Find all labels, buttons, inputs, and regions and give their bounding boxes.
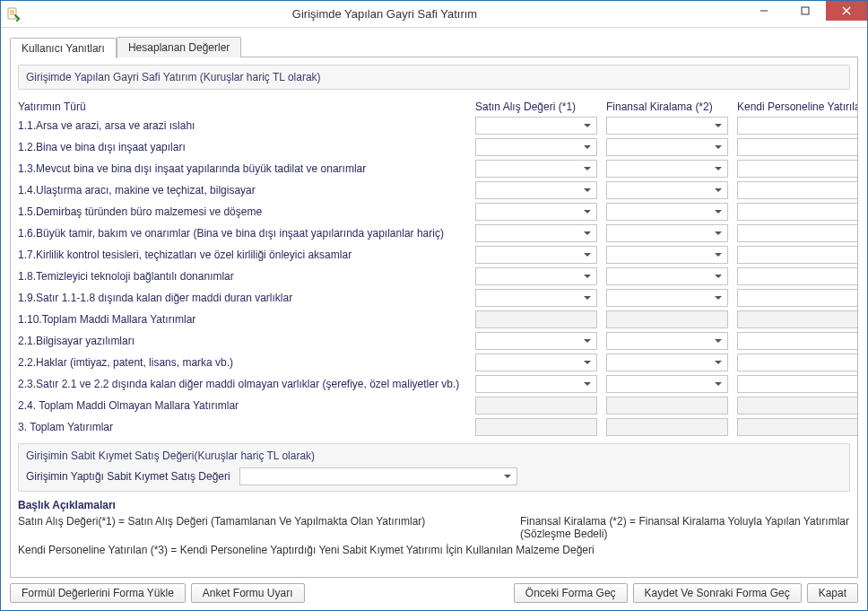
cell-leasing-r9 <box>606 310 728 328</box>
cell-leasing-r0[interactable] <box>606 117 728 135</box>
fixed-asset-label: Girişimin Yaptığı Sabit Kıymet Satış Değ… <box>26 470 230 483</box>
cell-personnel-r3[interactable] <box>737 181 858 199</box>
row-label: 1.9.Satır 1.1-1.8 dışında kalan diğer ma… <box>18 292 466 304</box>
cell-leasing-r12[interactable] <box>606 375 728 393</box>
cell-purchase-r9 <box>475 310 597 328</box>
tab-panel: Girişimde Yapılan Gayri Safi Yatırım (Ku… <box>10 57 858 578</box>
cell-personnel-r12[interactable] <box>737 375 858 393</box>
cell-purchase-r0[interactable] <box>475 117 597 135</box>
cell-personnel-r9 <box>737 310 858 328</box>
cell-leasing-r1[interactable] <box>606 138 728 156</box>
explanation-line-1: Satın Alış Değeri(*1) = Satın Alış Değer… <box>18 515 850 540</box>
save-next-button[interactable]: Kaydet Ve Sonraki Forma Geç <box>633 583 802 603</box>
cell-purchase-r2[interactable] <box>475 160 597 178</box>
explanation-personnel: Kendi Personeline Yatırılan (*3) = Kendi… <box>18 544 595 556</box>
cell-purchase-r4[interactable] <box>475 203 597 221</box>
row-label: 1.1.Arsa ve arazi, arsa ve arazi ıslahı <box>18 119 466 132</box>
cell-personnel-r7[interactable] <box>737 267 858 285</box>
explanation-purchase: Satın Alış Değeri(*1) = Satın Alış Değer… <box>18 515 520 540</box>
col-header-leasing: Finansal Kiralama (*2) <box>606 100 728 113</box>
app-window: Girişimde Yapılan Gayri Safi Yatırım Kul… <box>0 0 868 611</box>
cell-personnel-r6[interactable] <box>737 246 858 264</box>
cell-leasing-r14 <box>606 418 728 436</box>
explanation-line-2: Kendi Personeline Yatırılan (*3) = Kendi… <box>18 544 850 556</box>
cell-leasing-r5[interactable] <box>606 224 728 242</box>
cell-purchase-r5[interactable] <box>475 224 597 242</box>
row-label: 3. Toplam Yatırımlar <box>18 421 466 433</box>
cell-leasing-r4[interactable] <box>606 203 728 221</box>
maximize-button[interactable] <box>785 1 826 21</box>
investment-group-title: Girişimde Yapılan Gayri Safi Yatırım (Ku… <box>26 71 842 83</box>
cell-leasing-r6[interactable] <box>606 246 728 264</box>
tab-bar: Kullanıcı Yanıtları Hesaplanan Değerler <box>10 37 858 57</box>
row-label: 1.7.Kirlilik kontrol tesisleri, teçhizat… <box>18 249 466 261</box>
row-label: 1.4.Ulaştırma aracı, makine ve teçhizat,… <box>18 184 466 196</box>
cell-leasing-r8[interactable] <box>606 289 728 307</box>
cell-leasing-r10[interactable] <box>606 332 728 350</box>
row-label: 1.3.Mevcut bina ve bina dışı inşaat yapı… <box>18 162 466 175</box>
col-header-personnel: Kendi Personeline Yatırılan (*3) <box>737 100 858 113</box>
row-label: 2.1.Bilgisayar yazılımları <box>18 335 466 347</box>
cell-leasing-r2[interactable] <box>606 160 728 178</box>
close-form-button[interactable]: Kapat <box>807 583 858 603</box>
cell-personnel-r11[interactable] <box>737 354 858 371</box>
cell-personnel-r13 <box>737 397 858 415</box>
cell-leasing-r11[interactable] <box>606 354 728 371</box>
cell-purchase-r14 <box>475 418 597 436</box>
cell-purchase-r10[interactable] <box>475 332 597 350</box>
cell-purchase-r1[interactable] <box>475 138 597 156</box>
window-body: Kullanıcı Yanıtları Hesaplanan Değerler … <box>1 28 867 610</box>
cell-leasing-r13 <box>606 397 728 415</box>
tab-user-answers[interactable]: Kullanıcı Yanıtları <box>10 38 117 58</box>
close-button[interactable] <box>826 1 867 21</box>
svg-rect-0 <box>8 8 16 19</box>
cell-purchase-r7[interactable] <box>475 267 597 285</box>
cell-purchase-r12[interactable] <box>475 375 597 393</box>
survey-warning-button[interactable]: Anket Formu Uyarı <box>191 583 305 603</box>
fixed-asset-input[interactable] <box>239 467 517 485</box>
cell-personnel-r14 <box>737 418 858 436</box>
footer: Formül Değerlerini Forma Yükle Anket For… <box>10 578 858 603</box>
minimize-button[interactable] <box>743 1 785 21</box>
row-label: 1.6.Büyük tamir, bakım ve onarımlar (Bin… <box>18 227 466 240</box>
row-label: 1.10.Toplam Maddi Mallara Yatırımlar <box>18 313 466 326</box>
cell-personnel-r1[interactable] <box>737 138 858 156</box>
cell-personnel-r5[interactable] <box>737 224 858 242</box>
cell-purchase-r13 <box>475 397 597 415</box>
window-buttons <box>743 1 867 27</box>
load-formula-button[interactable]: Formül Değerlerini Forma Yükle <box>10 583 186 603</box>
fixed-asset-group: Girişimin Sabit Kıymet Satış Değeri(Kuru… <box>18 443 850 492</box>
cell-purchase-r3[interactable] <box>475 181 597 199</box>
investment-group: Girişimde Yapılan Gayri Safi Yatırım (Ku… <box>18 65 850 90</box>
col-header-purchase: Satın Alış Değeri (*1) <box>475 100 597 113</box>
cell-personnel-r2[interactable] <box>737 160 858 178</box>
window-title: Girişimde Yapılan Gayri Safi Yatırım <box>26 7 743 21</box>
row-label: 2.4. Toplam Maddi Olmayan Mallara Yatırı… <box>18 399 466 412</box>
col-header-type: Yatırımın Türü <box>18 100 466 113</box>
explanations-title: Başlık Açıklamaları <box>18 499 850 511</box>
cell-leasing-r7[interactable] <box>606 267 728 285</box>
row-label: 1.5.Demirbaş türünden büro malzemesi ve … <box>18 205 466 218</box>
prev-form-button[interactable]: Önceki Forma Geç <box>514 583 628 603</box>
investment-grid: Yatırımın Türü Satın Alış Değeri (*1) Fi… <box>18 95 850 440</box>
app-icon <box>1 1 26 28</box>
fixed-asset-group-title: Girişimin Sabit Kıymet Satış Değeri(Kuru… <box>26 450 842 462</box>
cell-personnel-r4[interactable] <box>737 203 858 221</box>
cell-personnel-r10[interactable] <box>737 332 858 350</box>
tab-calculated-values[interactable]: Hesaplanan Değerler <box>117 37 241 57</box>
cell-personnel-r8[interactable] <box>737 289 858 307</box>
row-label: 1.8.Temizleyici teknoloji bağlantılı don… <box>18 270 466 283</box>
titlebar: Girişimde Yapılan Gayri Safi Yatırım <box>1 1 867 28</box>
explanation-leasing: Finansal Kiralama (*2) = Finansal Kirala… <box>520 515 850 540</box>
cell-personnel-r0[interactable] <box>737 117 858 135</box>
row-label: 1.2.Bina ve bina dışı inşaat yapıları <box>18 141 466 153</box>
cell-purchase-r8[interactable] <box>475 289 597 307</box>
cell-leasing-r3[interactable] <box>606 181 728 199</box>
row-label: 2.3.Satır 2.1 ve 2.2 dışında kalan diğer… <box>18 378 466 390</box>
cell-purchase-r11[interactable] <box>475 354 597 371</box>
svg-rect-2 <box>802 7 809 14</box>
row-label: 2.2.Haklar (imtiyaz, patent, lisans, mar… <box>18 356 466 369</box>
cell-purchase-r6[interactable] <box>475 246 597 264</box>
